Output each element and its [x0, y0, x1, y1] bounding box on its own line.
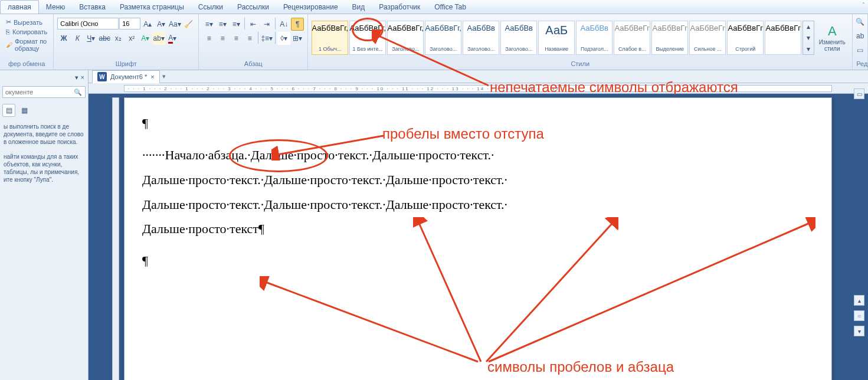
- clipboard-buttons: ✂Вырезать ⎘Копировать 🖌Формат по образцу: [4, 15, 50, 53]
- style-name-label: 1 Обыч...: [313, 46, 346, 52]
- find-button[interactable]: 🔍: [854, 15, 867, 28]
- styles-gallery[interactable]: АаБбВвГг,1 Обыч...АаБбВвГг,1 Без инте...…: [312, 21, 801, 55]
- font-name-select[interactable]: [57, 18, 119, 30]
- increase-indent-button[interactable]: ⇥: [260, 18, 273, 31]
- style-item[interactable]: АаБбВвГг,1 Без инте...: [349, 21, 386, 55]
- subscript-button[interactable]: x₂: [112, 32, 125, 45]
- tab-review[interactable]: Рецензирование: [276, 1, 345, 14]
- brush-icon: 🖌: [6, 41, 12, 48]
- style-item[interactable]: АаБбВвГг: [765, 21, 801, 55]
- tab-insert[interactable]: Вставка: [72, 1, 113, 14]
- tab-view[interactable]: Вид: [345, 1, 372, 14]
- scroll-up-icon[interactable]: ▴: [854, 295, 864, 306]
- ruler-toggle-icon[interactable]: ▭: [854, 89, 864, 99]
- shading-button[interactable]: ◊▾: [277, 32, 290, 45]
- style-item[interactable]: АаБбВвГг,Заголово...: [425, 21, 461, 55]
- align-center-button[interactable]: ≡: [216, 32, 229, 45]
- text-line-4: Дальше·просто·текст¶: [142, 217, 814, 241]
- style-item[interactable]: АаБбВвГг,1 Обыч...: [312, 21, 348, 55]
- bullets-button[interactable]: ≡▾: [202, 18, 215, 31]
- style-name-label: Заголово...: [427, 46, 460, 52]
- change-case-button[interactable]: Aa▾: [168, 18, 181, 31]
- nav-headings-icon[interactable]: ▤: [2, 104, 15, 117]
- line-spacing-button[interactable]: ‡≡▾: [260, 32, 273, 45]
- scissors-icon: ✂: [6, 18, 11, 26]
- style-item[interactable]: АаБбВвГгВыделение: [651, 21, 688, 55]
- horizontal-ruler[interactable]: · · · 1 · · · 2 · · · 1 · · · 2 · · · 3 …: [89, 83, 868, 94]
- document-page[interactable]: ¶ ·······Начало·абзаца.·Дальше·просто·те…: [124, 97, 832, 380]
- show-hide-paragraph-button[interactable]: ¶: [291, 18, 304, 31]
- style-item[interactable]: АаБбВвЗаголово...: [500, 21, 537, 55]
- strikethrough-button[interactable]: abc: [98, 32, 111, 45]
- nav-dropdown-icon[interactable]: ▾: [75, 74, 78, 81]
- style-item[interactable]: АаБбВвГг,Заголово...: [387, 21, 424, 55]
- sort-button[interactable]: A↓: [277, 18, 290, 31]
- change-styles-icon: A: [828, 24, 837, 39]
- underline-button[interactable]: Ч▾: [84, 32, 97, 45]
- browse-object-icon[interactable]: ○: [854, 310, 864, 321]
- style-name-label: Заголово...: [389, 46, 422, 52]
- borders-button[interactable]: ⊞▾: [291, 32, 304, 45]
- highlight-button[interactable]: ab▾: [152, 32, 165, 45]
- justify-button[interactable]: ≡: [243, 32, 256, 45]
- tab-developer[interactable]: Разработчик: [372, 1, 427, 14]
- cut-button[interactable]: ✂Вырезать: [4, 18, 50, 27]
- tab-home[interactable]: лавная: [0, 0, 39, 14]
- nav-pages-icon[interactable]: ▦: [18, 104, 31, 117]
- text-line-1: ·······Начало·абзаца.·Дальше·просто·текс…: [142, 143, 814, 168]
- align-left-button[interactable]: ≡: [202, 32, 215, 45]
- tab-mailings[interactable]: Рассылки: [230, 1, 276, 14]
- align-right-button[interactable]: ≡: [230, 32, 243, 45]
- decrease-indent-button[interactable]: ⇤: [247, 18, 260, 31]
- nav-close-icon[interactable]: ×: [81, 74, 84, 81]
- format-painter-button[interactable]: 🖌Формат по образцу: [4, 37, 50, 53]
- tab-office-tab[interactable]: Office Tab: [427, 1, 473, 14]
- copy-button[interactable]: ⎘Копировать: [4, 28, 50, 36]
- separator: [244, 18, 245, 30]
- style-preview: АаБбВв: [580, 24, 608, 32]
- scroll-down-icon[interactable]: ▾: [854, 326, 864, 336]
- change-styles-button[interactable]: A Изменить стили: [815, 21, 849, 54]
- style-name-label: Слабое в...: [615, 46, 648, 52]
- tab-menu[interactable]: Меню: [39, 1, 72, 14]
- document-tab[interactable]: W Документ6 * ×: [92, 70, 160, 83]
- text-effects-button[interactable]: A▾: [139, 32, 152, 45]
- styles-scroll-down[interactable]: ▾: [804, 33, 813, 42]
- clear-formatting-button[interactable]: 🧹: [182, 18, 195, 31]
- group-styles-label: Стили: [312, 60, 849, 68]
- replace-button[interactable]: ab: [854, 30, 867, 42]
- styles-scroll-up[interactable]: ▴: [804, 22, 813, 31]
- vertical-ruler[interactable]: [112, 97, 119, 380]
- cut-label: Вырезать: [14, 19, 42, 26]
- style-item[interactable]: АаБбВеГгСильное ...: [689, 21, 726, 55]
- tab-close-icon[interactable]: ×: [150, 73, 154, 80]
- style-item[interactable]: АаБбВвПодзагол...: [576, 21, 612, 55]
- nav-search-input[interactable]: [2, 86, 86, 98]
- bold-button[interactable]: Ж: [57, 32, 70, 45]
- grow-font-button[interactable]: A▴: [141, 18, 154, 31]
- tab-options-icon[interactable]: ▾: [162, 73, 166, 80]
- tab-references[interactable]: Ссылки: [191, 1, 230, 14]
- italic-button[interactable]: К: [71, 32, 84, 45]
- shrink-font-button[interactable]: A▾: [155, 18, 168, 31]
- multilevel-button[interactable]: ≡▾: [230, 18, 243, 31]
- numbering-button[interactable]: ≡▾: [216, 18, 229, 31]
- superscript-button[interactable]: x²: [125, 32, 138, 45]
- style-item[interactable]: АаБбВвЗаголово...: [463, 21, 499, 55]
- font-color-button[interactable]: A▾: [166, 32, 179, 45]
- copy-label: Копировать: [12, 28, 47, 35]
- change-styles-label: Изменить стили: [818, 39, 846, 52]
- ribbon-minimize-icon[interactable]: ˆ: [863, 2, 864, 9]
- search-icon[interactable]: 🔍: [74, 89, 82, 96]
- tab-page-layout[interactable]: Разметка страницы: [113, 1, 191, 14]
- style-item[interactable]: АаБбВвГгСтрогий: [727, 21, 764, 55]
- style-name-label: Подзагол...: [578, 46, 611, 52]
- separator: [258, 32, 258, 44]
- select-button[interactable]: ▭: [854, 44, 867, 57]
- styles-expand[interactable]: ▾: [804, 44, 813, 54]
- font-size-select[interactable]: [119, 18, 140, 30]
- style-item[interactable]: АаБНазвание: [538, 21, 575, 55]
- text-line-2: Дальше·просто·текст.·Дальше·просто·текст…: [142, 168, 814, 192]
- style-preview: АаБбВв: [505, 24, 533, 32]
- style-item[interactable]: АаБбВеГгСлабое в...: [614, 21, 650, 55]
